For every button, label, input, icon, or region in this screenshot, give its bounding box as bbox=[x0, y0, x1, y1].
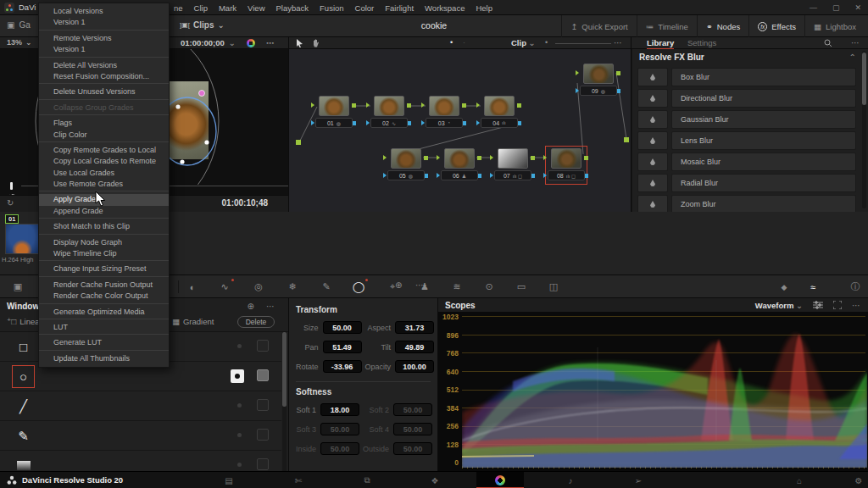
color-match-icon[interactable]: ✎ bbox=[315, 280, 337, 294]
search-icon[interactable] bbox=[824, 39, 832, 47]
window-active-toggle[interactable] bbox=[237, 403, 242, 408]
shape-icon[interactable]: ○ bbox=[12, 365, 35, 388]
node-input-blue[interactable] bbox=[437, 173, 440, 178]
value-input[interactable]: 50.00 bbox=[393, 403, 432, 416]
node-output-green[interactable] bbox=[462, 103, 466, 108]
shape-icon[interactable]: ✎ bbox=[12, 424, 35, 447]
shape-icon[interactable]: □ bbox=[12, 336, 35, 358]
clip-thumbnail[interactable] bbox=[5, 224, 39, 254]
project-home-icon[interactable]: ⌂ bbox=[787, 474, 812, 487]
node-graph-panel[interactable]: 01 ◍ 02 ∿ bbox=[288, 49, 632, 212]
library-scrollbar[interactable] bbox=[862, 51, 866, 208]
value-input[interactable]: 18.00 bbox=[320, 403, 359, 416]
scope-mode-select[interactable]: Waveform ⌄ bbox=[755, 301, 803, 310]
hand-tool-icon[interactable] bbox=[312, 39, 320, 47]
node-source-port[interactable] bbox=[296, 140, 301, 145]
node-zoom-slider[interactable] bbox=[555, 43, 611, 44]
menu-bar-item[interactable]: Workspace bbox=[425, 3, 465, 13]
grade-node[interactable]: 09 ◍ bbox=[580, 64, 617, 97]
key-icon[interactable]: ⊙ bbox=[478, 280, 500, 294]
viewer-zoom-select[interactable]: 13% ⌄ bbox=[7, 38, 32, 47]
window-active-toggle[interactable] bbox=[237, 463, 242, 467]
menu-bar-item[interactable]: Mark bbox=[219, 3, 236, 13]
page-color-icon[interactable] bbox=[495, 475, 505, 485]
node-output-green[interactable] bbox=[517, 103, 521, 108]
node-input-green[interactable] bbox=[311, 103, 314, 108]
context-menu-item[interactable]: Change Input Sizing Preset bbox=[39, 263, 169, 276]
fx-list-item[interactable]: Directional Blur bbox=[637, 89, 856, 108]
node-input-green[interactable] bbox=[476, 103, 480, 108]
menu-bar-item[interactable]: Clip bbox=[194, 3, 208, 13]
camera-raw-icon[interactable]: ▣ bbox=[7, 280, 29, 294]
fx-list-item[interactable]: Zoom Blur bbox=[637, 195, 856, 212]
node-output-green[interactable] bbox=[424, 156, 428, 160]
node-input-green[interactable] bbox=[421, 103, 425, 108]
window-options-icon[interactable]: ⋯ bbox=[266, 302, 276, 311]
value-input[interactable]: 50.00 bbox=[320, 442, 359, 455]
window-mask-toggle[interactable] bbox=[257, 369, 269, 381]
node-output-green[interactable] bbox=[352, 103, 356, 108]
menu-bar-item[interactable]: ne bbox=[174, 3, 183, 13]
fx-list-item[interactable]: Gaussian Blur bbox=[637, 110, 856, 129]
stereo-3d-icon[interactable]: ◫ bbox=[542, 280, 565, 294]
gallery-button[interactable]: ▣ Ga bbox=[7, 20, 31, 30]
context-menu-item[interactable]: Render Cache Color Output bbox=[39, 291, 169, 303]
panel-toggle-button[interactable]: ↥ Quick Export bbox=[561, 15, 636, 37]
page-cut-icon[interactable]: ✄ bbox=[286, 474, 311, 487]
keyframe-icon[interactable]: ◆ bbox=[773, 280, 795, 294]
preset-linear[interactable]: ⁺□ Linear bbox=[7, 317, 42, 326]
fx-list-item[interactable]: Radial Blur bbox=[637, 174, 856, 192]
context-menu-item[interactable]: Wipe Timeline Clip bbox=[39, 248, 169, 261]
tab-settings[interactable]: Settings bbox=[687, 38, 716, 47]
maximize-button[interactable]: ▢ bbox=[832, 3, 840, 12]
preset-gradient[interactable]: ▦ Gradient bbox=[172, 317, 214, 326]
window-mask-toggle[interactable] bbox=[257, 399, 269, 411]
context-menu-item[interactable]: Delete All Versions bbox=[39, 60, 169, 71]
context-menu-item[interactable]: Generate LUT bbox=[39, 337, 169, 350]
context-menu-item[interactable]: Local Versions bbox=[39, 6, 169, 17]
bypass-color-grades-icon[interactable] bbox=[247, 39, 255, 47]
window-active-toggle[interactable] bbox=[237, 433, 242, 437]
node-input-blue[interactable] bbox=[311, 120, 314, 125]
value-input[interactable]: 49.89 bbox=[395, 341, 434, 353]
shape-icon[interactable] bbox=[12, 454, 35, 471]
menu-bar-item[interactable]: Fusion bbox=[320, 3, 344, 13]
node-output-port[interactable] bbox=[624, 137, 629, 142]
clips-button[interactable]: ]▣[ Clips ⌄ bbox=[180, 20, 225, 30]
blur-palette-icon[interactable]: ≋ bbox=[446, 280, 468, 294]
context-menu-item[interactable]: Copy Remote Grades to Local bbox=[39, 145, 169, 156]
panel-toggle-button[interactable]: ≔ Timeline bbox=[637, 15, 697, 37]
close-button[interactable]: ✕ bbox=[854, 3, 861, 12]
delete-window-button[interactable]: Delete bbox=[237, 316, 275, 328]
value-input[interactable]: 50.00 bbox=[320, 423, 359, 435]
transform-add-icon[interactable]: ⊕ bbox=[395, 280, 402, 290]
context-menu-item[interactable]: Display Node Graph bbox=[39, 237, 169, 248]
library-options-icon[interactable]: ⋯ bbox=[851, 38, 861, 47]
window-mask-toggle[interactable] bbox=[257, 458, 269, 470]
context-menu-item[interactable]: Append Grade bbox=[39, 206, 169, 219]
menu-bar-item[interactable]: View bbox=[248, 3, 264, 13]
node-input-green[interactable] bbox=[437, 155, 440, 160]
power-window-icon[interactable]: ◯ bbox=[348, 280, 370, 294]
node-input-green[interactable] bbox=[576, 70, 579, 75]
context-menu-item[interactable]: Generate Optimized Media bbox=[39, 307, 169, 319]
context-menu-item[interactable]: Render Cache Fusion Output bbox=[39, 280, 169, 291]
viewer-timecode[interactable]: 01:00:00;00 ⌄ ⋯ bbox=[181, 38, 275, 47]
node-output-green[interactable] bbox=[584, 156, 588, 160]
window-add-icon[interactable]: ⊕ bbox=[248, 302, 254, 311]
collapse-icon[interactable]: ⌃ bbox=[849, 53, 856, 62]
fx-list-item[interactable]: Lens Blur bbox=[637, 131, 856, 150]
fx-list-item[interactable]: Box Blur bbox=[637, 68, 856, 86]
value-input[interactable]: 50.00 bbox=[393, 423, 432, 435]
grade-node[interactable]: 08 ılı ◻ bbox=[548, 148, 585, 182]
node-zoom-dot[interactable]: • bbox=[545, 38, 548, 47]
grade-node[interactable]: 04 ılı bbox=[481, 96, 518, 130]
page-edit-icon[interactable]: ⧉ bbox=[354, 474, 380, 487]
page-deliver-icon[interactable]: ➢ bbox=[626, 474, 651, 487]
viewer-options-icon[interactable]: ⋯ bbox=[266, 38, 276, 47]
sizing-icon[interactable]: ▭ bbox=[510, 280, 532, 294]
node-input-blue[interactable] bbox=[421, 120, 425, 125]
window-active-toggle[interactable] bbox=[237, 344, 242, 348]
window-shape-row[interactable]: ╱ bbox=[0, 391, 281, 421]
window-mask-toggle[interactable] bbox=[257, 340, 269, 352]
